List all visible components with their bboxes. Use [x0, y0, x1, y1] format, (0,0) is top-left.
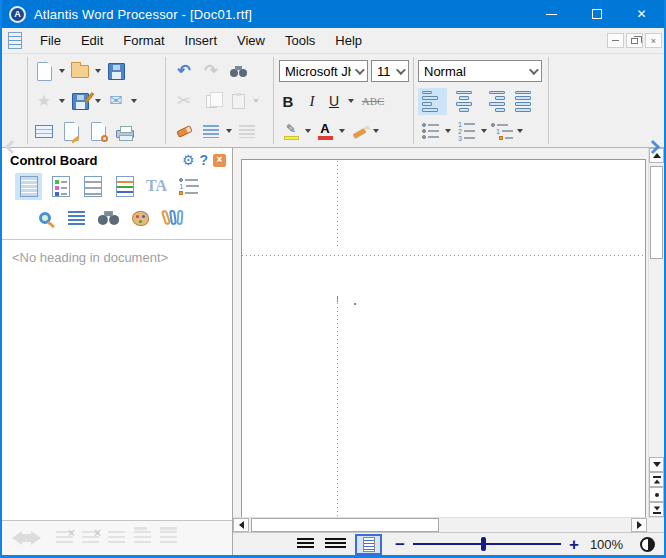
browse-object-button[interactable] [649, 487, 664, 502]
new-document-dropdown[interactable] [59, 69, 65, 73]
font-color-dropdown[interactable] [339, 129, 345, 133]
favorites-button[interactable]: ★ [32, 88, 56, 114]
cb-themes-button[interactable] [127, 205, 154, 232]
highlight-button[interactable]: ✎ [279, 118, 303, 144]
online-view-button[interactable] [325, 538, 346, 550]
zoom-out-button[interactable]: − [395, 536, 405, 553]
demote-heading-button[interactable] [108, 531, 125, 546]
line-spacing-dropdown[interactable] [226, 129, 232, 133]
copy-button[interactable] [199, 88, 223, 114]
cb-bookmarks-button[interactable] [47, 173, 74, 200]
maximize-button[interactable] [574, 0, 619, 28]
scroll-right-button[interactable] [631, 518, 647, 532]
expand-headings-button[interactable] [160, 531, 177, 546]
scroll-left-button[interactable] [233, 518, 249, 532]
cb-fields-button[interactable] [111, 173, 138, 200]
close-button[interactable]: ✕ [619, 0, 664, 28]
align-right-button[interactable] [480, 88, 509, 115]
format-painter-button[interactable] [347, 118, 371, 144]
delete-heading-button[interactable]: × [56, 531, 73, 546]
zoom-slider[interactable] [413, 543, 561, 545]
nav-back-button[interactable] [12, 531, 22, 545]
find-button[interactable] [226, 58, 250, 84]
print-button[interactable] [113, 118, 137, 144]
mdi-restore-button[interactable] [626, 33, 643, 48]
horizontal-scroll-thumb[interactable] [251, 518, 439, 532]
save-as-button[interactable] [68, 88, 92, 114]
document-page[interactable] [241, 159, 646, 517]
new-document-button[interactable] [32, 58, 56, 84]
mdi-close-button[interactable]: × [645, 33, 662, 48]
sort-paragraphs-button[interactable] [235, 118, 259, 144]
style-combo[interactable]: Normal [418, 60, 542, 82]
contrast-mode-icon[interactable] [640, 537, 655, 552]
cb-font-styles-button[interactable]: TA [143, 173, 170, 200]
menu-insert[interactable]: Insert [175, 29, 228, 52]
cb-headings-button[interactable] [15, 173, 42, 200]
font-size-combo[interactable]: 11 [371, 60, 409, 82]
cb-attachments-button[interactable] [159, 205, 186, 232]
delete-subheadings-button[interactable]: × [82, 531, 99, 546]
favorites-dropdown[interactable] [59, 99, 65, 103]
settings-gear-icon[interactable]: ⚙ [182, 153, 195, 167]
horizontal-scroll-track[interactable] [439, 518, 631, 532]
bullet-list-button[interactable] [418, 118, 442, 144]
cb-zoom-view-button[interactable] [31, 205, 58, 232]
open-dropdown[interactable] [95, 69, 101, 73]
italic-button[interactable]: I [304, 88, 320, 114]
menu-view[interactable]: View [227, 29, 275, 52]
cb-find-button[interactable] [95, 205, 122, 232]
numbered-list-dropdown[interactable] [481, 129, 487, 133]
email-dropdown[interactable] [131, 99, 137, 103]
paste-dropdown[interactable] [253, 99, 259, 103]
page-layout-view-button[interactable] [355, 534, 382, 555]
zoom-in-button[interactable]: + [569, 536, 579, 553]
menu-edit[interactable]: Edit [71, 29, 113, 52]
font-color-button[interactable]: A [313, 118, 337, 144]
menu-format[interactable]: Format [113, 29, 174, 52]
nav-forward-button[interactable] [31, 531, 41, 545]
font-name-combo[interactable]: Microsoft Jh [279, 60, 368, 82]
line-spacing-button[interactable] [199, 118, 223, 144]
align-left-button[interactable] [418, 88, 447, 115]
menu-help[interactable]: Help [325, 29, 372, 52]
cb-paragraphs-button[interactable] [63, 205, 90, 232]
mdi-minimize-button[interactable] [607, 33, 624, 48]
multilevel-list-dropdown[interactable] [517, 129, 523, 133]
open-button[interactable] [68, 58, 92, 84]
control-board-close-icon[interactable]: × [213, 154, 226, 167]
previous-page-button[interactable] [649, 472, 664, 487]
align-justify-button[interactable] [511, 88, 540, 115]
eraser-button[interactable] [172, 118, 196, 144]
document-options-button[interactable] [59, 118, 83, 144]
document-canvas[interactable] [233, 148, 648, 517]
cb-lists-button[interactable]: 1 [175, 173, 202, 200]
scroll-down-button[interactable] [649, 457, 664, 472]
format-painter-dropdown[interactable] [373, 129, 379, 133]
email-button[interactable]: ✉ [104, 88, 128, 114]
horizontal-scrollbar[interactable] [233, 517, 664, 532]
numbered-list-button[interactable]: 1 2 3 [454, 118, 478, 144]
redo-button[interactable]: ↷ [199, 58, 223, 84]
next-page-button[interactable] [649, 502, 664, 517]
print-preview-button[interactable] [86, 118, 110, 144]
cut-button[interactable]: ✂ [172, 88, 196, 114]
align-center-button[interactable] [449, 88, 478, 115]
envelope-address-button[interactable] [32, 118, 56, 144]
underline-dropdown[interactable] [348, 99, 354, 103]
vertical-scrollbar[interactable] [648, 148, 664, 517]
help-icon[interactable]: ? [199, 153, 208, 167]
collapse-headings-button[interactable] [134, 531, 151, 546]
bullet-list-dropdown[interactable] [445, 129, 451, 133]
bold-button[interactable]: B [279, 88, 297, 114]
vertical-scroll-track[interactable] [649, 163, 664, 457]
undo-button[interactable]: ↶ [172, 58, 196, 84]
save-button[interactable] [104, 58, 128, 84]
underline-button[interactable]: U [327, 88, 341, 114]
cb-sections-button[interactable] [79, 173, 106, 200]
save-as-dropdown[interactable] [95, 99, 101, 103]
draft-view-button[interactable] [297, 538, 314, 550]
zoom-slider-thumb[interactable] [481, 537, 486, 551]
strikethrough-button[interactable]: ABC [361, 88, 385, 114]
minimize-button[interactable] [529, 0, 574, 28]
